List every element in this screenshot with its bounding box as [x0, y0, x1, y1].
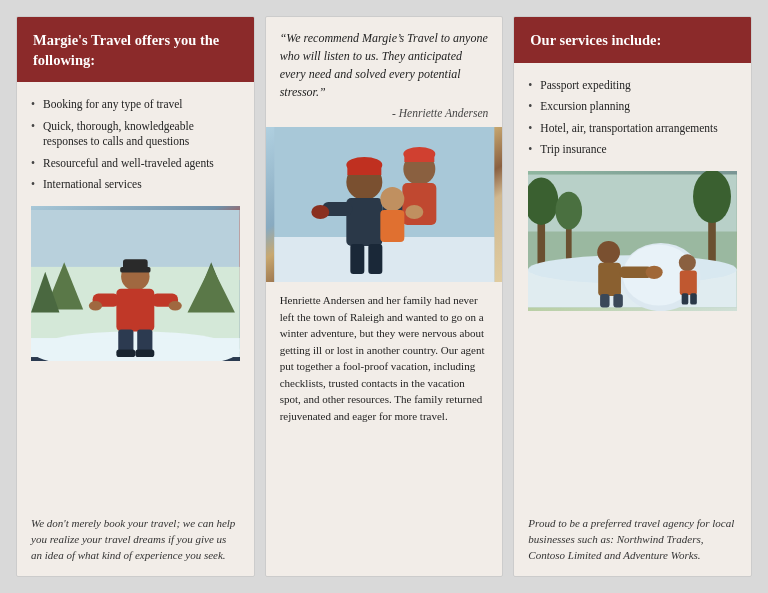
list-item: International services: [31, 174, 240, 196]
panel-left-body: Booking for any type of travel Quick, th…: [17, 82, 254, 576]
panel-middle-image: [266, 127, 503, 282]
svg-rect-56: [600, 294, 609, 307]
panel-left-header: Margie's Travel offers you the following…: [17, 17, 254, 82]
list-item: Trip insurance: [528, 139, 737, 161]
list-item: Quick, thorough, knowledgeable responses…: [31, 116, 240, 153]
svg-rect-60: [682, 293, 689, 304]
panel-left: Margie's Travel offers you the following…: [16, 16, 255, 577]
list-item: Excursion planning: [528, 96, 737, 118]
svg-rect-26: [347, 165, 381, 175]
svg-point-38: [380, 187, 404, 211]
list-item: Hotel, air, transportation arrangements: [528, 118, 737, 140]
brochure-container: Margie's Travel offers you the following…: [16, 16, 752, 577]
panel-middle: “We recommend Margie’s Travel to anyone …: [265, 16, 504, 577]
svg-rect-20: [135, 349, 154, 357]
svg-rect-53: [599, 262, 622, 295]
svg-rect-12: [116, 288, 154, 331]
svg-point-15: [89, 301, 102, 310]
panel-right-image: [528, 171, 737, 311]
panel-right-bullet-list: Passport expediting Excursion planning H…: [528, 75, 737, 161]
panel-right-footer: Proud to be a preferred travel agency fo…: [528, 508, 737, 564]
svg-rect-57: [614, 294, 623, 307]
panel-right: Our services include: Passport expeditin…: [513, 16, 752, 577]
svg-rect-39: [380, 210, 404, 242]
panel-left-footer: We don't merely book your travel; we can…: [31, 508, 240, 564]
svg-rect-32: [404, 154, 434, 162]
panel-left-bullet-list: Booking for any type of travel Quick, th…: [31, 94, 240, 196]
svg-point-52: [598, 241, 621, 264]
svg-rect-11: [120, 267, 150, 273]
list-item: Resourceful and well-traveled agents: [31, 153, 240, 175]
svg-point-34: [311, 205, 329, 219]
panel-left-image: [31, 206, 240, 361]
svg-rect-59: [680, 270, 697, 295]
panel-middle-story: Henriette Andersen and her family had ne…: [266, 282, 503, 438]
list-item: Booking for any type of travel: [31, 94, 240, 116]
panel-right-header: Our services include:: [514, 17, 751, 63]
svg-point-58: [679, 254, 696, 271]
list-item: Passport expediting: [528, 75, 737, 97]
svg-rect-22: [274, 237, 494, 282]
svg-rect-61: [691, 293, 698, 304]
svg-rect-27: [346, 198, 382, 246]
panel-middle-attribution: - Henriette Andersen: [266, 105, 503, 127]
panel-right-body: Passport expediting Excursion planning H…: [514, 63, 751, 576]
svg-rect-36: [350, 244, 364, 274]
svg-point-16: [169, 301, 182, 310]
svg-point-55: [646, 265, 663, 278]
panel-middle-quote: “We recommend Margie’s Travel to anyone …: [266, 17, 503, 101]
svg-rect-19: [116, 349, 135, 357]
svg-rect-33: [402, 183, 436, 225]
svg-point-35: [405, 205, 423, 219]
svg-point-47: [693, 171, 731, 223]
svg-rect-37: [368, 244, 382, 274]
svg-point-45: [556, 191, 583, 229]
